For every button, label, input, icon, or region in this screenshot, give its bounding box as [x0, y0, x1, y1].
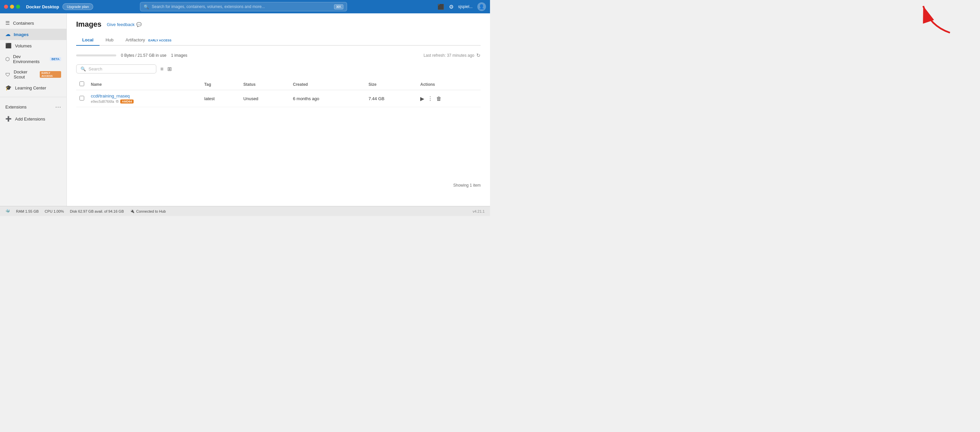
disk-usage: Disk 62.97 GB avail. of 94.16 GB — [70, 209, 124, 213]
extensions-section: Extensions ⋯ — [0, 100, 67, 113]
run-button[interactable]: ▶ — [420, 96, 424, 102]
avatar[interactable]: 👤 — [477, 2, 486, 11]
main-layout: ☰ Containers ☁ Images ⬛ Volumes ⬡ Dev En… — [0, 13, 490, 206]
sidebar-item-learning-center[interactable]: 🎓 Learning Center — [0, 82, 67, 94]
tab-artifactory[interactable]: Artifactory EARLY ACCESS — [119, 35, 177, 46]
close-button[interactable] — [4, 5, 8, 9]
hub-status: 🔌 Connected to Hub — [130, 209, 166, 213]
ram-usage: RAM 1.55 GB — [16, 209, 39, 213]
sidebar-item-dev-environments[interactable]: ⬡ Dev Environments BETA — [0, 51, 67, 67]
table-row: ccdl/training_rnaseq e9ec5d8766fa ⧉ AMD6… — [76, 90, 480, 107]
filter-icon[interactable]: ≡ — [160, 66, 163, 72]
global-search-input[interactable] — [152, 4, 331, 9]
select-all-checkbox[interactable] — [80, 81, 84, 86]
col-name: Name — [88, 79, 201, 90]
row-created-cell: 6 months ago — [290, 90, 365, 107]
row-actions-cell: ▶ ⋮ 🗑 — [417, 90, 480, 107]
last-refresh: Last refresh: 37 minutes ago ↻ — [423, 52, 480, 59]
titlebar-right: ⬛ ⚙ sjspiel... 👤 — [438, 2, 486, 11]
search-icon: 🔍 — [81, 67, 86, 71]
traffic-lights — [4, 5, 20, 9]
sidebar-label-learning-center: Learning Center — [15, 86, 46, 91]
col-status: Status — [240, 79, 290, 90]
storage-bar: 0 Bytes / 21.57 GB in use 1 images Last … — [76, 52, 480, 59]
extensions-more-button[interactable]: ⋯ — [55, 103, 61, 111]
titlebar: Docker Desktop Upgrade plan 🔍 ⌘K ⬛ ⚙ sjs… — [0, 0, 490, 13]
hub-icon: 🔌 — [130, 209, 135, 213]
sidebar-label-docker-scout: Docker Scout — [14, 70, 37, 79]
app-name: Docker Desktop — [26, 4, 59, 10]
page-title: Images — [76, 20, 102, 29]
dev-env-icon: ⬡ — [5, 56, 10, 62]
feedback-label: Give feedback — [107, 22, 135, 27]
version-label: v4.21.1 — [473, 209, 485, 213]
storage-text: 0 Bytes / 21.57 GB in use — [121, 53, 166, 58]
table-header: Name Tag Status Created Size Actions — [76, 79, 480, 90]
add-extensions-icon: ➕ — [5, 116, 12, 122]
username-label: sjspiel... — [458, 4, 473, 9]
whale-icon: 🐳 — [5, 209, 10, 213]
col-created: Created — [290, 79, 365, 90]
extensions-icon[interactable]: ⬛ — [438, 4, 444, 10]
row-checkbox-cell — [76, 90, 88, 107]
more-actions-button[interactable]: ⋮ — [428, 96, 433, 102]
col-checkbox — [76, 79, 88, 90]
storage-progress-bar — [76, 54, 116, 56]
image-name-link[interactable]: ccdl/training_rnaseq — [91, 94, 130, 98]
volumes-icon: ⬛ — [5, 43, 12, 49]
global-search-bar[interactable]: 🔍 ⌘K — [140, 2, 347, 11]
content-search-input[interactable] — [89, 67, 152, 71]
upgrade-plan-button[interactable]: Upgrade plan — [62, 3, 93, 10]
row-name-cell: ccdl/training_rnaseq e9ec5d8766fa ⧉ AMD6… — [88, 90, 201, 107]
search-icon: 🔍 — [144, 4, 149, 10]
feedback-icon: 💬 — [136, 22, 142, 27]
sidebar-item-docker-scout[interactable]: 🛡 Docker Scout EARLY ACCESS — [0, 67, 67, 82]
sidebar-label-volumes: Volumes — [15, 43, 32, 48]
delete-button[interactable]: 🗑 — [436, 96, 442, 102]
sidebar-label-add-extensions: Add Extensions — [15, 116, 45, 122]
sidebar-item-volumes[interactable]: ⬛ Volumes — [0, 40, 67, 51]
search-filter-row: 🔍 ≡ ⊞ — [76, 64, 480, 73]
statusbar-whale: 🐳 — [5, 209, 10, 213]
table-body: ccdl/training_rnaseq e9ec5d8766fa ⧉ AMD6… — [76, 90, 480, 107]
content-area: Images Give feedback 💬 Local Hub Artifac… — [67, 13, 490, 206]
row-size-cell: 7.44 GB — [365, 90, 417, 107]
tab-local[interactable]: Local — [76, 35, 100, 46]
row-tag-cell: latest — [201, 90, 240, 107]
row-status-cell: Unused — [240, 90, 290, 107]
images-table: Name Tag Status Created Size Actions ccd… — [76, 79, 480, 107]
col-tag: Tag — [201, 79, 240, 90]
extensions-label: Extensions — [5, 105, 27, 110]
sidebar-label-dev-environments: Dev Environments — [13, 54, 46, 64]
images-icon: ☁ — [5, 32, 10, 37]
learning-icon: 🎓 — [5, 85, 12, 91]
settings-icon[interactable]: ⚙ — [449, 4, 453, 10]
early-access-badge: EARLY ACCESS — [40, 71, 61, 78]
showing-count: Showing 1 item — [453, 183, 480, 187]
statusbar: 🐳 RAM 1.55 GB CPU 1.00% Disk 62.97 GB av… — [0, 206, 490, 216]
image-id: e9ec5d8766fa ⧉ AMD64 — [91, 99, 198, 103]
beta-badge: BETA — [50, 57, 61, 61]
sidebar-item-images[interactable]: ☁ Images — [0, 29, 67, 40]
keyboard-shortcut-badge: ⌘K — [334, 4, 344, 10]
feedback-link[interactable]: Give feedback 💬 — [107, 22, 142, 27]
view-columns-icon[interactable]: ⊞ — [167, 66, 172, 72]
copy-icon[interactable]: ⧉ — [116, 99, 119, 103]
row-checkbox[interactable] — [80, 96, 84, 100]
maximize-button[interactable] — [16, 5, 20, 9]
sidebar-item-add-extensions[interactable]: ➕ Add Extensions — [0, 113, 67, 124]
content-search-bar[interactable]: 🔍 — [76, 64, 156, 73]
containers-icon: ☰ — [5, 20, 10, 26]
sidebar: ☰ Containers ☁ Images ⬛ Volumes ⬡ Dev En… — [0, 13, 67, 206]
col-size: Size — [365, 79, 417, 90]
sidebar-item-containers[interactable]: ☰ Containers — [0, 17, 67, 29]
image-count: 1 images — [171, 53, 188, 58]
col-actions: Actions — [417, 79, 480, 90]
refresh-icon[interactable]: ↻ — [476, 52, 480, 59]
minimize-button[interactable] — [10, 5, 14, 9]
tab-early-badge: EARLY ACCESS — [148, 39, 171, 42]
sidebar-label-containers: Containers — [13, 21, 34, 26]
avatar-icon: 👤 — [479, 4, 484, 10]
tab-hub[interactable]: Hub — [100, 35, 119, 46]
arch-badge: AMD64 — [120, 100, 134, 103]
